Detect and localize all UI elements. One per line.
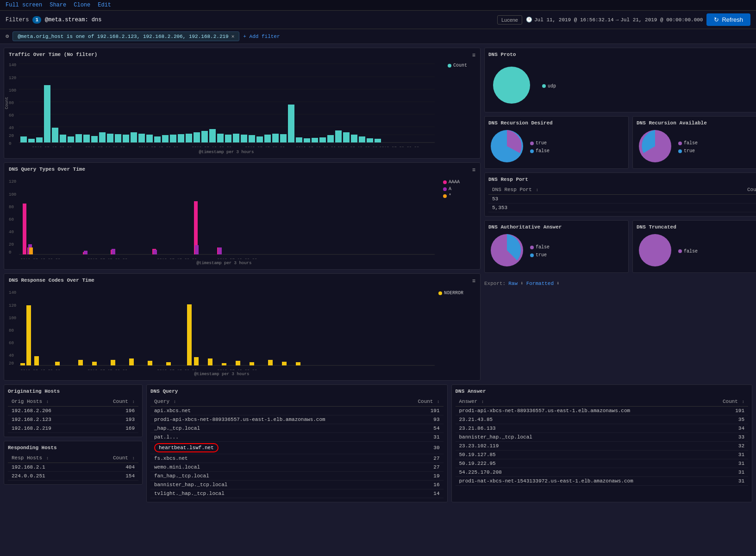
dns-query-row: fs.xbcs.net 27 xyxy=(150,454,444,463)
originating-hosts-title: Originating Hosts xyxy=(8,389,138,394)
dns-query-count-cell: 54 xyxy=(402,424,444,433)
svg-text:2019-07-13 00:00: 2019-07-13 00:00 xyxy=(32,146,72,147)
active-filter-row: ⚙ @meta.orig_host is one of 192.168.2.12… xyxy=(0,29,756,44)
dns-answer-cell: prod1-api-xbcs-net-889336557.us-east-1.e… xyxy=(456,407,708,415)
originating-hosts-table: Orig Hosts ↕ Count ↕ 192.168.2.206 196 xyxy=(8,397,138,433)
svg-rect-35 xyxy=(170,135,176,142)
dns-resp-port-box: DNS Resp Port DNS Resp Port ↕ Count ↕ xyxy=(484,173,756,216)
dns-proto-title: DNS Proto xyxy=(488,52,516,57)
svg-rect-21 xyxy=(60,135,66,142)
dns-query-count-cell: 14 xyxy=(402,489,444,498)
export-formatted-link[interactable]: Formatted xyxy=(526,281,554,286)
dns-query-types-svg: 120 100 80 60 40 20 0 xyxy=(9,176,435,259)
dns-authoritative-pie xyxy=(488,232,525,269)
svg-text:2019-07-13 00:00: 2019-07-13 00:00 xyxy=(20,258,60,259)
dns-query-count-cell: 16 xyxy=(402,481,444,489)
dns-query-count-cell: 27 xyxy=(402,454,444,463)
edit-link[interactable]: Edit xyxy=(98,2,111,8)
dns-proto-pie xyxy=(488,62,535,108)
dns-answer-cell: prod1-nat-xbcs-net-1543133972.us-east-1.… xyxy=(456,477,708,486)
svg-rect-78 xyxy=(23,204,26,254)
svg-rect-89 xyxy=(195,245,199,254)
svg-text:0: 0 xyxy=(9,142,11,146)
dns-query-box: DNS Query Query ↕ Count ↕ api.xbcs.net 1… xyxy=(146,384,448,502)
dns-answer-count-cell: 32 xyxy=(707,442,748,451)
svg-rect-119 xyxy=(250,362,254,365)
dns-response-codes-title: DNS Response Codes Over Time xyxy=(9,278,94,283)
originating-hosts-box: Originating Hosts Orig Hosts ↕ Count ↕ xyxy=(4,384,143,437)
svg-rect-27 xyxy=(107,134,113,142)
lucene-button[interactable]: Lucene xyxy=(497,15,522,25)
dns-query-count-cell: 93 xyxy=(402,415,444,424)
svg-rect-107 xyxy=(55,362,60,365)
svg-text:2019-07-15 00:00: 2019-07-15 00:00 xyxy=(138,146,178,147)
svg-rect-120 xyxy=(268,360,273,365)
svg-rect-37 xyxy=(186,134,192,142)
dns-answer-cell: 50.19.127.85 xyxy=(456,451,708,459)
svg-text:20: 20 xyxy=(9,242,14,247)
svg-rect-43 xyxy=(233,134,239,142)
dns-response-codes-x-label: @timestamp per 3 hours xyxy=(9,372,435,377)
svg-text:60: 60 xyxy=(9,217,14,222)
dns-answer-row: 23.21.86.133 34 xyxy=(456,424,749,433)
svg-text:40: 40 xyxy=(9,230,14,235)
settings-icon[interactable]: ⚙ xyxy=(6,33,9,40)
traffic-svg: 140 120 100 80 60 40 20 0 xyxy=(9,59,435,147)
svg-rect-38 xyxy=(194,132,200,142)
clone-link[interactable]: Clone xyxy=(74,2,90,8)
add-filter-button[interactable]: + Add filter xyxy=(243,34,280,39)
list-icon-3[interactable]: ≡ xyxy=(472,278,475,284)
dns-answer-count-cell: 33 xyxy=(707,433,748,442)
svg-rect-49 xyxy=(280,134,287,142)
list-icon-2[interactable]: ≡ xyxy=(472,167,475,173)
svg-rect-22 xyxy=(68,136,74,142)
svg-rect-17 xyxy=(28,139,35,142)
dns-recursion-row: DNS Recursion Desired true false DNS Rec… xyxy=(484,116,756,169)
svg-text:2019-07-16 00:00: 2019-07-16 00:00 xyxy=(192,146,231,147)
refresh-button[interactable]: ↻ Refresh xyxy=(706,13,750,26)
dns-query-cell: wemo.mini.local xyxy=(150,463,402,472)
dns-recursion-available-legend: false true xyxy=(678,141,698,154)
svg-rect-30 xyxy=(131,132,137,142)
resp-host-row: 192.168.2.1 404 xyxy=(8,463,138,472)
dns-answer-row: 23.21.43.85 35 xyxy=(456,415,749,424)
dns-query-row: _hap._tcp.local 54 xyxy=(150,424,444,433)
dns-query-cell: pat.l... xyxy=(150,433,402,442)
dns-answer-count-cell: 31 xyxy=(707,451,748,459)
orig-host-2: 192.168.2.123 xyxy=(8,415,88,424)
svg-rect-88 xyxy=(153,250,157,254)
sort-icon[interactable]: ↕ xyxy=(536,188,538,192)
svg-rect-59 xyxy=(359,136,365,142)
fullscreen-link[interactable]: Full screen xyxy=(6,2,42,8)
svg-text:2019-07-15 00:00: 2019-07-15 00:00 xyxy=(87,258,127,259)
svg-rect-24 xyxy=(83,135,90,142)
svg-text:2019-07-14 00:00: 2019-07-14 00:00 xyxy=(85,146,125,147)
filter-close-icon[interactable]: ✕ xyxy=(231,33,235,39)
svg-rect-34 xyxy=(162,135,169,142)
dns-recursion-available-title: DNS Recursion Available xyxy=(637,120,756,126)
date-range: 🕐 Jul 11, 2019 @ 16:56:32.14 → Jul 21, 2… xyxy=(526,17,703,23)
list-icon[interactable]: ≡ xyxy=(472,52,475,59)
dns-answer-box: DNS Answer Answer ↕ Count ↕ prod1-api-xb… xyxy=(451,384,753,502)
svg-text:80: 80 xyxy=(9,101,14,105)
export-row: Export: Raw ⬇ Formatted ⬇ xyxy=(484,280,756,286)
dns-answer-row: 23.23.102.119 32 xyxy=(456,442,749,451)
refresh-label: Refresh xyxy=(722,16,743,23)
top-bar: Full screen Share Clone Edit xyxy=(0,0,756,11)
share-link[interactable]: Share xyxy=(50,2,66,8)
dns-recursion-available-pie xyxy=(637,128,674,165)
dns-answer-count-cell: 35 xyxy=(707,415,748,424)
count-154: 154 xyxy=(673,204,756,212)
svg-text:120: 120 xyxy=(9,179,16,184)
export-raw-link[interactable]: Raw xyxy=(508,281,518,286)
svg-text:2019-07-19 00:00: 2019-07-19 00:00 xyxy=(217,258,257,259)
svg-rect-51 xyxy=(296,137,302,142)
svg-rect-16 xyxy=(20,136,27,142)
resp-host-1: 192.168.2.1 xyxy=(8,463,87,472)
resp-count-1: 404 xyxy=(87,463,138,472)
dns-recursion-desired-pie xyxy=(488,128,525,165)
orig-count-2: 193 xyxy=(88,415,138,424)
dns-resp-port-row: 53 404 xyxy=(488,195,756,204)
dns-resp-port-col-header: DNS Resp Port ↕ xyxy=(488,185,673,195)
svg-rect-54 xyxy=(319,137,326,142)
